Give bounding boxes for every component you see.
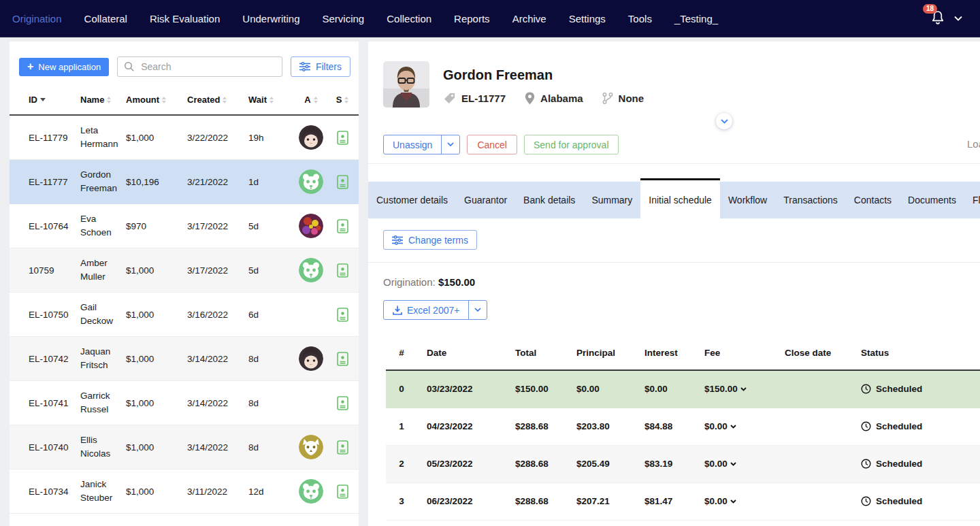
- collapse-header-button[interactable]: [716, 113, 732, 129]
- nav-item-reports[interactable]: Reports: [454, 13, 490, 24]
- application-row[interactable]: EL-10734 Janick Steuber $1,000 3/11/2022…: [10, 470, 359, 514]
- column-header-created[interactable]: Created: [187, 95, 248, 105]
- notifications-button[interactable]: 18: [930, 10, 947, 27]
- contact-card-icon[interactable]: [337, 352, 348, 366]
- application-row-selected[interactable]: EL-11777 Gordon Freeman $10,196 3/21/202…: [10, 160, 359, 204]
- tab-initial-schedule[interactable]: Initial schedule: [640, 178, 720, 218]
- installment-fee: $0.00: [704, 459, 728, 469]
- application-row[interactable]: EL-10741 Garrick Russel $1,000 3/14/2022…: [10, 381, 359, 425]
- column-header-num: #: [386, 336, 417, 370]
- initial-schedule-table: # Date Total Principal Interest Fee Clos…: [368, 336, 980, 521]
- clock-icon: [861, 496, 871, 506]
- nav-item-archive[interactable]: Archive: [512, 13, 546, 24]
- avatar-girl-dark-hair: [299, 125, 323, 150]
- fee-dropdown[interactable]: $0.00: [704, 459, 736, 469]
- tab-guarantor[interactable]: Guarantor: [456, 182, 515, 218]
- tab-customer-details[interactable]: Customer details: [368, 182, 456, 218]
- origination-label: Origination:: [383, 276, 436, 288]
- divider: [368, 262, 980, 263]
- user-menu-chevron-icon[interactable]: [954, 16, 962, 21]
- column-header-wait[interactable]: Wait: [248, 95, 295, 105]
- nav-item-origination[interactable]: Origination: [12, 13, 62, 24]
- contact-card-icon[interactable]: [337, 175, 348, 189]
- search-input[interactable]: [117, 56, 282, 77]
- column-header-status: Status: [851, 336, 980, 370]
- contact-card-icon[interactable]: [337, 263, 348, 278]
- tab-bank-details[interactable]: Bank details: [515, 182, 583, 218]
- contact-card-icon[interactable]: [337, 396, 348, 410]
- column-header-a[interactable]: A: [295, 95, 327, 105]
- branch-icon: [602, 93, 613, 104]
- application-row[interactable]: EL-10750 Gail Deckow $1,000 3/16/2022 6d: [10, 293, 359, 337]
- contact-card-icon[interactable]: [337, 219, 348, 233]
- nav-item-collection[interactable]: Collection: [387, 13, 431, 24]
- contact-card-icon[interactable]: [337, 440, 348, 455]
- installment-total: $150.00: [506, 370, 567, 408]
- installment-close-date: [775, 408, 851, 445]
- tab-flags[interactable]: Flags: [964, 182, 980, 218]
- applicant-name: Garrick Russel: [80, 389, 126, 416]
- send-for-approval-button[interactable]: Send for approval: [524, 135, 619, 154]
- loan-amount: $1,000: [126, 442, 187, 453]
- cancel-button[interactable]: Cancel: [467, 135, 517, 154]
- column-header-amount[interactable]: Amount: [126, 95, 187, 105]
- nav-item-tools[interactable]: Tools: [628, 13, 652, 24]
- nav-item-servicing[interactable]: Servicing: [323, 13, 365, 24]
- change-terms-button[interactable]: Change terms: [383, 230, 477, 250]
- unassign-dropdown-button[interactable]: [441, 135, 459, 154]
- nav-item-settings[interactable]: Settings: [569, 13, 606, 24]
- fee-dropdown[interactable]: $150.00: [704, 384, 747, 394]
- application-id: EL-10764: [29, 221, 80, 231]
- filters-button[interactable]: Filters: [291, 56, 350, 77]
- unassign-split-button: Unassign: [383, 135, 460, 154]
- nav-item-collateral[interactable]: Collateral: [84, 13, 127, 24]
- fee-dropdown[interactable]: $0.00: [704, 421, 736, 431]
- avatar-gold-wolf: [299, 435, 323, 459]
- sort-icon: [107, 97, 111, 103]
- loan-amount: $10,196: [126, 177, 187, 187]
- export-excel-button[interactable]: Excel 2007+: [384, 301, 468, 319]
- installment-date: 04/23/2022: [417, 408, 506, 445]
- nav-item-testing[interactable]: _Testing_: [674, 13, 718, 24]
- installment-date: 06/23/2022: [417, 482, 506, 520]
- tab-contacts[interactable]: Contacts: [846, 182, 900, 218]
- customer-location: Alabama: [525, 92, 583, 105]
- tab-workflow[interactable]: Workflow: [720, 182, 775, 218]
- column-header-s[interactable]: S: [327, 95, 358, 105]
- tab-documents[interactable]: Documents: [900, 182, 964, 218]
- application-id: EL-11779: [29, 133, 80, 143]
- installment-status: Scheduled: [861, 421, 980, 431]
- application-id: EL-10750: [29, 310, 80, 320]
- application-row[interactable]: EL-11779 Leta Hermann $1,000 3/22/2022 1…: [10, 116, 359, 160]
- chevron-down-icon: [730, 425, 736, 429]
- contact-card-icon[interactable]: [337, 308, 348, 322]
- nav-item-underwriting[interactable]: Underwriting: [242, 13, 299, 24]
- application-row[interactable]: 10759 Amber Muller $1,000 3/17/2022 5d: [10, 248, 359, 293]
- customer-photo: [383, 61, 429, 108]
- location-pin-icon: [525, 92, 535, 105]
- application-row[interactable]: EL-10742 Jaquan Fritsch $1,000 3/14/2022…: [10, 337, 359, 381]
- fee-dropdown[interactable]: $0.00: [704, 496, 736, 506]
- installment-status: Scheduled: [861, 459, 980, 469]
- tab-transactions[interactable]: Transactions: [775, 182, 846, 218]
- chevron-down-icon: [730, 462, 736, 466]
- schedule-row: 3 06/23/2022 $288.68 $207.21 $81.47 $0.0…: [386, 482, 980, 520]
- new-application-button[interactable]: + New application: [19, 58, 109, 76]
- application-row[interactable]: EL-10740 Ellis Nicolas $1,000 3/14/2022 …: [10, 425, 359, 470]
- column-header-id[interactable]: ID: [29, 95, 80, 105]
- schedule-row: 0 03/23/2022 $150.00 $0.00 $0.00 $150.00…: [386, 370, 980, 408]
- schedule-header-row: # Date Total Principal Interest Fee Clos…: [386, 336, 980, 370]
- contact-card-icon[interactable]: [337, 131, 348, 145]
- tab-summary[interactable]: Summary: [583, 182, 640, 218]
- installment-fee: $150.00: [704, 384, 738, 394]
- unassign-button[interactable]: Unassign: [384, 135, 441, 154]
- application-id: EL-10742: [29, 354, 80, 364]
- application-row[interactable]: EL-10764 Eva Schoen $970 3/17/2022 5d: [10, 204, 359, 248]
- nav-item-risk-evaluation[interactable]: Risk Evaluation: [150, 13, 220, 24]
- created-date: 3/17/2022: [187, 265, 248, 276]
- column-header-name[interactable]: Name: [80, 95, 126, 105]
- avatar-green-bear: [299, 479, 323, 504]
- contact-card-icon[interactable]: [337, 484, 348, 499]
- created-date: 3/17/2022: [187, 221, 248, 231]
- export-dropdown-button[interactable]: [468, 301, 487, 319]
